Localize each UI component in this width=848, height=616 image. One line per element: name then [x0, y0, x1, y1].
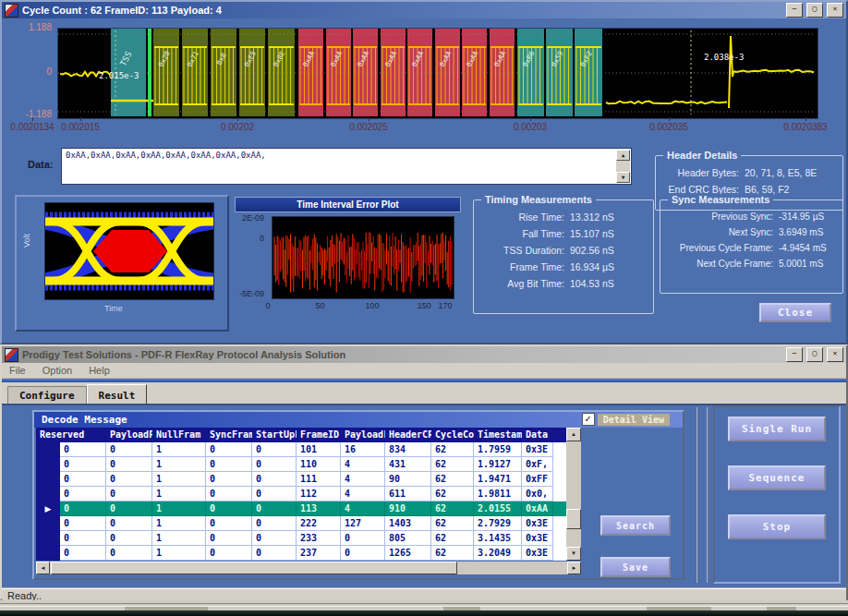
- kv-label: Rise Time:: [478, 211, 564, 223]
- table-cell: 237: [297, 546, 341, 561]
- stop-button[interactable]: Stop: [728, 514, 826, 539]
- column-header-payloadl[interactable]: PayloadL: [341, 428, 385, 442]
- scroll-left-icon[interactable]: ◄: [36, 562, 50, 574]
- tab-strip: ConfigureResult: [2, 382, 846, 404]
- table-cell: 0: [60, 472, 106, 487]
- column-header-cyclecou[interactable]: CycleCou: [431, 428, 474, 442]
- data-value-box[interactable]: 0xAA,0xAA,0xAA,0xAA,0xAA,0xAA,0xAA,0xAA,…: [61, 148, 632, 185]
- table-row[interactable]: 0010010116834621.79590x3E: [36, 442, 581, 457]
- scroll-down-icon[interactable]: ▼: [566, 547, 581, 561]
- eye-diagram-panel[interactable]: Volt Time: [15, 195, 229, 332]
- tab-result[interactable]: Result: [87, 384, 148, 404]
- column-header-payloadpr[interactable]: PayloadPr: [106, 428, 152, 442]
- table-row[interactable]: 001001124611621.98110x0,: [36, 487, 581, 501]
- decode-panel: Decode Message ✓ Detail View ReservedPay…: [32, 410, 684, 580]
- table-cell: 1: [152, 546, 206, 561]
- column-header-headercr[interactable]: HeaderCR: [385, 428, 431, 442]
- checkbox-check-icon[interactable]: ✓: [582, 413, 595, 426]
- menu-item-help[interactable]: Help: [89, 365, 110, 376]
- table-cell: 113: [297, 501, 341, 516]
- desktop: Cycle Count : 62 FrameID: 113 Payload: 4…: [0, 0, 848, 616]
- close-button[interactable]: Close: [759, 303, 831, 322]
- table-cell: 0x3E: [522, 516, 553, 531]
- table-row[interactable]: 00100111490621.94710xFF: [36, 472, 581, 487]
- single-run-button[interactable]: Single Run: [728, 417, 826, 441]
- column-header-timestam[interactable]: Timestam: [474, 428, 522, 442]
- table-row[interactable]: 0010023701265623.20490x3E: [36, 546, 581, 561]
- table-cell: 4: [341, 472, 385, 487]
- close-icon[interactable]: ✕: [827, 3, 843, 18]
- tab-configure[interactable]: Configure: [7, 386, 87, 404]
- save-button[interactable]: Save: [600, 557, 671, 577]
- column-header-data[interactable]: Data: [522, 428, 553, 442]
- column-header-frameid[interactable]: FrameID: [297, 428, 341, 442]
- table-cell: 62: [431, 501, 474, 516]
- table-cell: 0x3E: [522, 546, 553, 561]
- main-titlebar[interactable]: Prodigy Test Solutions - PDF-R FlexRay P…: [2, 346, 846, 363]
- table-cell: 90: [385, 472, 431, 487]
- kv-label: Next Cycle Frame:: [664, 259, 773, 269]
- table-row[interactable]: 001002221271403622.79290x3E: [36, 516, 581, 531]
- wave-ytick-top: 1.188: [6, 22, 52, 32]
- data-label: Data:: [28, 159, 54, 170]
- table-cell: 62: [431, 546, 474, 561]
- scroll-down-icon[interactable]: ▼: [616, 172, 630, 183]
- main-window-title: Prodigy Test Solutions - PDF-R FlexRay P…: [22, 349, 782, 360]
- kv-label: Previous Sync:: [664, 211, 773, 222]
- tie-plot-panel[interactable]: Time Interval Error Plot 2E-09 0 -5E-09 …: [235, 197, 461, 320]
- scroll-up-icon[interactable]: ▲: [616, 150, 630, 161]
- scope-titlebar[interactable]: Cycle Count : 62 FrameID: 113 Payload: 4…: [2, 2, 846, 18]
- kv-value: 3.6949 mS: [779, 227, 835, 237]
- table-cell: 0: [60, 442, 106, 457]
- minimize-icon[interactable]: —: [786, 3, 803, 18]
- maximize-icon[interactable]: ▢: [806, 347, 823, 362]
- menu-item-file[interactable]: File: [9, 365, 26, 376]
- hscroll-thumb[interactable]: [51, 562, 457, 574]
- table-cell: 0x3E: [522, 442, 553, 457]
- table-cell: 0: [60, 516, 106, 531]
- table-cell: 0: [206, 516, 252, 531]
- tick-mark: [806, 117, 806, 121]
- table-cell: 805: [385, 531, 431, 546]
- table-vscrollbar[interactable]: ▲ ▼: [566, 428, 581, 561]
- table-cell: 0: [341, 531, 385, 546]
- splitter-handle[interactable]: [697, 407, 709, 583]
- table-cell: 222: [297, 516, 341, 531]
- scroll-right-icon[interactable]: ►: [567, 562, 581, 574]
- search-button[interactable]: Search: [600, 515, 671, 536]
- table-cell: 62: [431, 487, 474, 501]
- table-row[interactable]: 001002330805623.14350x3E: [36, 531, 581, 546]
- table-cell: 110: [297, 457, 341, 472]
- table-hscrollbar[interactable]: ◄ ►: [36, 562, 581, 574]
- table-header-row: ReservedPayloadPrNullFramSyncFramStartUp…: [36, 428, 581, 442]
- scroll-up-icon[interactable]: ▲: [566, 428, 581, 441]
- kv-value: 20, 71, 8, E5, 8E: [745, 167, 835, 178]
- detail-view-checkbox[interactable]: ✓ Detail View: [582, 413, 670, 426]
- sequence-button[interactable]: Sequence: [728, 465, 826, 490]
- column-header-reserved[interactable]: Reserved: [36, 428, 106, 442]
- column-header-nullfram[interactable]: NullFram: [152, 428, 206, 442]
- table-cell: 1.9127: [474, 457, 522, 472]
- table-cell: 127: [341, 516, 385, 531]
- timing-measurements-group: Timing Measurements Rise Time:13.312 nSF…: [473, 199, 654, 314]
- wave-ytick-bottom: -1.188: [6, 109, 52, 119]
- close-icon[interactable]: ✕: [827, 347, 843, 362]
- table-cell: 3.2049: [474, 546, 522, 561]
- maximize-icon[interactable]: ▢: [806, 3, 823, 18]
- minimize-icon[interactable]: —: [786, 347, 803, 362]
- waveform-display[interactable]: TSS0x200x710x80xE50x8E0xAA0xAA0xAA0xAA0x…: [57, 28, 818, 119]
- vscroll-thumb[interactable]: [566, 509, 581, 529]
- wave-xtick: 0.002015: [61, 122, 100, 132]
- table-row[interactable]: ▶001001134910622.01550xAA: [36, 501, 581, 516]
- tie-ytick-zero: 0: [260, 234, 264, 243]
- table-row[interactable]: 001001104431621.91270xF,: [36, 457, 581, 472]
- wave-xtick: 0.002025: [349, 122, 388, 132]
- wave-xtick: 0.002035: [649, 122, 688, 132]
- menu-item-option[interactable]: Option: [42, 365, 72, 376]
- column-header-syncfram[interactable]: SyncFram: [206, 428, 252, 442]
- data-scrollbar[interactable]: ▲ ▼: [616, 150, 630, 183]
- kv-label: Next Sync:: [664, 227, 773, 237]
- column-header-startupfr[interactable]: StartUpFr: [252, 428, 297, 442]
- table-cell: 0x0,: [522, 487, 553, 501]
- kv-label: Frame Time:: [478, 261, 564, 272]
